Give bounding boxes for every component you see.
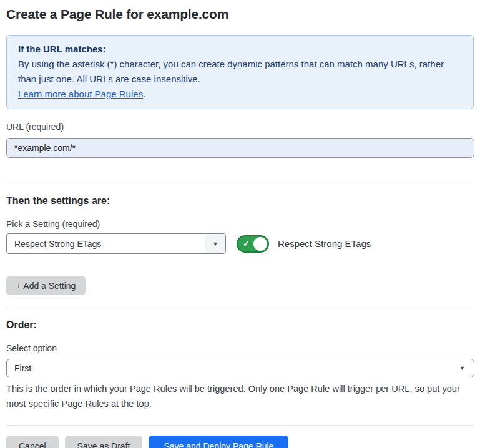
divider	[6, 182, 474, 182]
info-box-link-line: Learn more about Page Rules.	[18, 87, 462, 102]
order-select[interactable]: First ▼	[6, 359, 474, 377]
link-suffix: .	[143, 89, 145, 99]
save-as-draft-button[interactable]: Save as Draft	[65, 436, 143, 448]
setting-row: Respect Strong ETags ▼ ✓ Respect Strong …	[6, 233, 474, 254]
cancel-button[interactable]: Cancel	[6, 436, 59, 448]
url-match-info-box: If the URL matches: By using the asteris…	[6, 35, 474, 109]
etag-toggle[interactable]: ✓	[237, 235, 269, 253]
settings-section-heading: Then the settings are:	[6, 195, 474, 207]
order-select-value: First	[14, 363, 459, 373]
info-box-body: By using the asterisk (*) character, you…	[18, 57, 462, 87]
etag-toggle-group: ✓ Respect Strong ETags	[237, 235, 371, 253]
divider	[6, 306, 474, 306]
order-help-text: This is the order in which your Page Rul…	[6, 381, 469, 411]
setting-dropdown[interactable]: Respect Strong ETags ▼	[6, 233, 226, 254]
order-select-label: Select option	[6, 343, 474, 353]
pick-setting-label: Pick a Setting (required)	[6, 219, 474, 229]
setting-dropdown-button[interactable]: ▼	[205, 234, 225, 253]
page-title: Create a Page Rule for example.com	[6, 0, 474, 22]
url-field-label: URL (required)	[6, 122, 474, 132]
save-and-deploy-button[interactable]: Save and Deploy Page Rule	[149, 436, 288, 448]
order-section-heading: Order:	[6, 319, 474, 331]
setting-dropdown-value: Respect Strong ETags	[7, 234, 205, 253]
chevron-down-icon: ▼	[459, 365, 465, 371]
footer-button-row: Cancel Save as Draft Save and Deploy Pag…	[6, 436, 474, 448]
divider	[6, 425, 474, 426]
add-setting-button[interactable]: + Add a Setting	[6, 276, 86, 295]
chevron-down-icon: ▼	[213, 241, 218, 247]
learn-more-link[interactable]: Learn more about Page Rules	[18, 89, 143, 99]
etag-toggle-label: Respect Strong ETags	[278, 238, 371, 249]
check-icon: ✓	[243, 240, 250, 248]
page-rule-form: Create a Page Rule for example.com If th…	[0, 0, 480, 448]
info-box-heading: If the URL matches:	[18, 42, 462, 57]
toggle-knob	[253, 237, 267, 251]
url-input[interactable]	[6, 138, 474, 158]
